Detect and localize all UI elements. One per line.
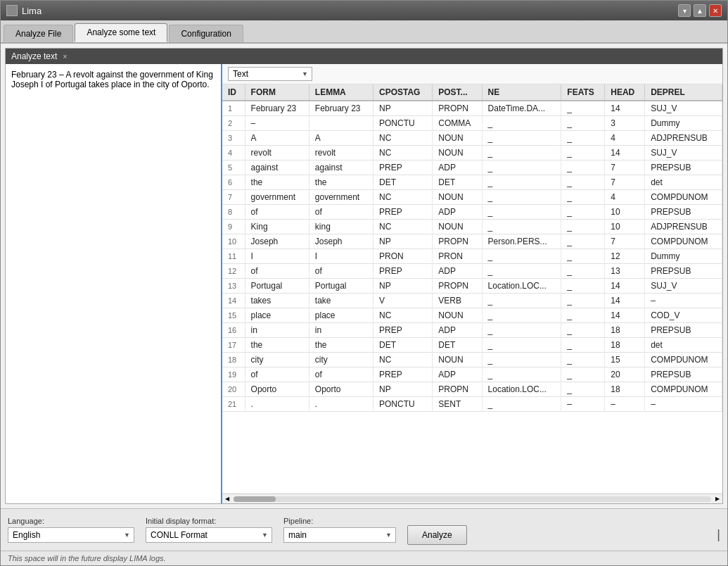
table-cell-3: NC: [373, 308, 433, 323]
table-cell-3: NC: [373, 190, 433, 205]
table-cell-6: _: [561, 367, 605, 382]
table-cell-5: _: [482, 338, 561, 353]
language-label: Language:: [8, 517, 134, 525]
table-cell-3: NC: [373, 131, 433, 146]
analyze-text-header: Analyze text ×: [6, 49, 722, 64]
table-cell-0: 19: [222, 367, 245, 382]
content-area: Analyze text × February 23 – A revolt ag…: [1, 44, 727, 508]
table-cell-8: COMPDUNOM: [645, 190, 722, 205]
title-bar-left: Lima: [6, 5, 41, 16]
table-row: 14takestakeVVERB__14–: [222, 294, 722, 308]
table-cell-0: 16: [222, 323, 245, 338]
table-cell-8: Dummy: [645, 249, 722, 264]
horizontal-scrollbar[interactable]: ◀ ▶: [222, 493, 722, 503]
table-cell-6: _: [561, 338, 605, 353]
table-cell-4: COMMA: [433, 116, 482, 131]
table-cell-6: _: [561, 116, 605, 131]
analyze-body: February 23 – A revolt against the gover…: [6, 64, 722, 503]
format-select[interactable]: Text CoNLL XML JSON: [228, 67, 312, 81]
table-cell-1: February 23: [245, 101, 309, 116]
table-cell-6: _: [561, 146, 605, 161]
scroll-right-btn[interactable]: ▶: [713, 494, 722, 504]
table-cell-3: NC: [373, 220, 433, 234]
table-cell-1: King: [245, 220, 309, 234]
table-cell-8: COMPDUNOM: [645, 382, 722, 397]
table-cell-5: Location.LOC...: [482, 279, 561, 294]
table-cell-0: 10: [222, 234, 245, 249]
text-input[interactable]: February 23 – A revolt against the gover…: [6, 64, 221, 503]
status-text: This space will in the future display LI…: [8, 554, 166, 562]
table-cell-6: _: [561, 131, 605, 146]
table-row: 2–PONCTUCOMMA__3Dummy: [222, 116, 722, 131]
table-cell-3: NP: [373, 234, 433, 249]
table-cell-0: 20: [222, 382, 245, 397]
maximize-button[interactable]: ▲: [694, 4, 706, 17]
table-cell-6: _: [561, 323, 605, 338]
table-cell-2: Portugal: [309, 279, 373, 294]
table-cell-6: _: [561, 205, 605, 220]
table-cell-2: revolt: [309, 146, 373, 161]
table-cell-7: 7: [605, 234, 645, 249]
table-cell-8: PREPSUB: [645, 323, 722, 338]
table-cell-6: _: [561, 101, 605, 116]
table-cell-7: 15: [605, 353, 645, 367]
scrollbar-thumb[interactable]: [234, 496, 276, 502]
table-cell-0: 18: [222, 353, 245, 367]
table-cell-0: 12: [222, 264, 245, 279]
table-cell-1: Oporto: [245, 382, 309, 397]
table-row: 7governmentgovernmentNCNOUN__4COMPDUNOM: [222, 190, 722, 205]
display-format-select-wrapper: CONLL Format Text XML JSON: [146, 527, 272, 543]
table-cell-8: det: [645, 338, 722, 353]
table-cell-3: PONCTU: [373, 116, 433, 131]
table-cell-3: NP: [373, 101, 433, 116]
table-cell-3: NP: [373, 279, 433, 294]
table-cell-5: _: [482, 205, 561, 220]
window-title: Lima: [22, 6, 41, 16]
table-cell-4: PROPN: [433, 279, 482, 294]
table-cell-4: SENT: [433, 397, 482, 412]
display-format-select[interactable]: CONLL Format Text XML JSON: [146, 527, 272, 543]
table-row: 3AANCNOUN__4ADJPRENSUB: [222, 131, 722, 146]
table-cell-0: 17: [222, 338, 245, 353]
scrollbar-track[interactable]: [234, 496, 711, 502]
table-cell-7: 18: [605, 382, 645, 397]
title-bar-controls: ▾ ▲ ✕: [678, 4, 722, 17]
table-cell-0: 3: [222, 131, 245, 146]
col-post: POST...: [433, 84, 482, 101]
table-cell-5: _: [482, 353, 561, 367]
table-cell-3: NC: [373, 146, 433, 161]
language-select[interactable]: English French Spanish German: [8, 527, 134, 543]
table-cell-4: ADP: [433, 161, 482, 175]
table-cell-6: –: [561, 397, 605, 412]
table-cell-2: Joseph: [309, 234, 373, 249]
table-cell-2: king: [309, 220, 373, 234]
table-cell-0: 1: [222, 101, 245, 116]
table-cell-1: government: [245, 190, 309, 205]
tab-analyze-file[interactable]: Analyze File: [4, 25, 73, 42]
tab-analyze-some-text[interactable]: Analyze some text: [75, 23, 167, 42]
scroll-left-btn[interactable]: ◀: [222, 494, 232, 504]
pipeline-label: Pipeline:: [283, 517, 396, 525]
table-cell-5: DateTime.DA...: [482, 101, 561, 116]
pipeline-select[interactable]: main deep fast: [283, 527, 396, 543]
table-cell-2: of: [309, 205, 373, 220]
table-row: 17thetheDETDET__18det: [222, 338, 722, 353]
table-cell-1: I: [245, 249, 309, 264]
table-cell-2: February 23: [309, 101, 373, 116]
table-row: 5againstagainstPREPADP__7PREPSUB: [222, 161, 722, 175]
close-tab-button[interactable]: ×: [63, 53, 67, 61]
table-cell-4: NOUN: [433, 308, 482, 323]
tab-configuration[interactable]: Configuration: [169, 25, 243, 42]
table-cell-1: Joseph: [245, 234, 309, 249]
table-cell-5: _: [482, 367, 561, 382]
minimize-button[interactable]: ▾: [678, 4, 691, 17]
table-cell-3: PREP: [373, 205, 433, 220]
table-body: 1February 23February 23NPPROPNDateTime.D…: [222, 101, 722, 412]
table-cell-6: _: [561, 264, 605, 279]
close-button[interactable]: ✕: [709, 4, 722, 17]
analyze-button[interactable]: Analyze: [407, 525, 467, 545]
table-cell-8: –: [645, 397, 722, 412]
table-row: 15placeplaceNCNOUN__14COD_V: [222, 308, 722, 323]
table-cell-2: .: [309, 397, 373, 412]
table-row: 13PortugalPortugalNPPROPNLocation.LOC...…: [222, 279, 722, 294]
